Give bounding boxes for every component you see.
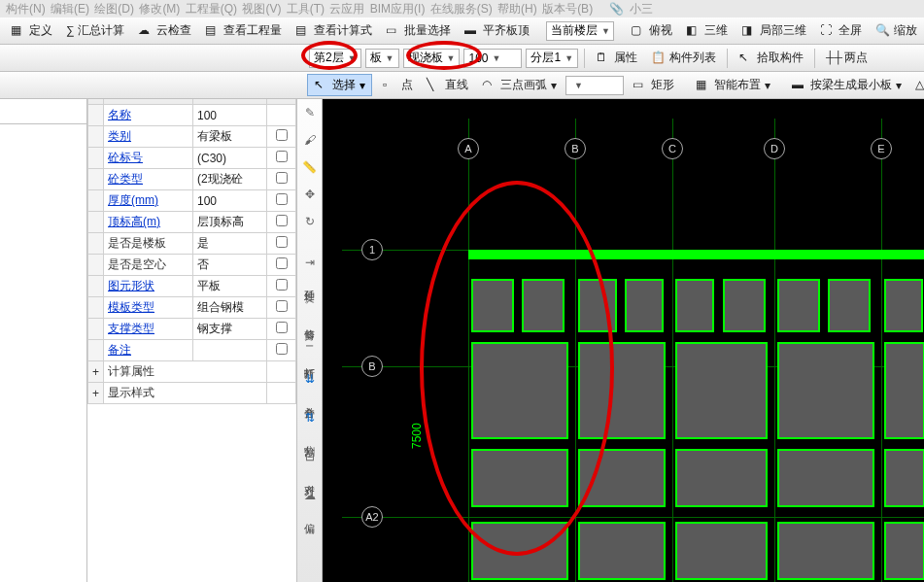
menu-item[interactable]: 帮助(H) [497,2,537,16]
fullscreen-icon: ⛶ [820,23,836,39]
prop-extra-checkbox[interactable] [276,279,288,291]
sumcalc-button[interactable]: ∑ 汇总计算 [60,20,130,41]
align-icon[interactable]: ⊟ [300,447,320,466]
prop-name[interactable]: 类别 [104,126,193,148]
expand-icon[interactable]: + [88,383,104,404]
menu-item[interactable]: 绘图(D) [94,2,134,16]
batchsel-button[interactable]: ▭批量选择 [380,20,457,41]
offset-icon[interactable]: ☁ [300,486,320,505]
prop-value[interactable]: 钢支撑 [193,319,267,340]
expand-icon[interactable]: + [88,361,104,383]
floor-dropdown[interactable]: 第2层▼ [309,49,361,68]
prop-extra-checkbox[interactable] [276,236,288,248]
local3d-button[interactable]: ◨局部三维 [736,20,812,41]
complist-button[interactable]: 📋构件列表 [645,48,722,68]
prop-extra-checkbox[interactable] [276,257,288,269]
component-dropdown[interactable]: 100▼ [463,49,522,68]
extend-icon[interactable]: ⇥ [300,253,320,272]
pick-button[interactable]: ↖拾取构件 [733,48,809,68]
rotate-icon[interactable]: ↻ [300,212,320,231]
prop-name[interactable]: 砼类型 [104,169,193,190]
menu-item[interactable]: 在线服务(S) [430,2,493,16]
drawing-canvas[interactable]: A B C D E 1 B A2 [323,99,924,582]
zoom-button[interactable]: 🔍缩放 [870,20,923,41]
line-button[interactable]: ╲直线 [421,75,474,95]
split-icon[interactable]: ⇅ [300,408,320,428]
viewformula-button[interactable]: ▤查看计算式 [290,20,378,41]
smart-button[interactable]: ▦智能布置▾ [690,75,776,95]
formula-icon: ▤ [295,23,311,39]
prop-name[interactable]: 砼标号 [104,148,193,169]
prop-value[interactable] [193,340,267,361]
arc-button[interactable]: ◠三点画弧▾ [476,75,563,95]
merge-icon[interactable]: ⇊ [300,369,320,389]
prop-extra-checkbox[interactable] [276,215,288,226]
prop-value[interactable]: (2现浇砼 [193,169,267,190]
menu-item[interactable]: 云应用 [329,2,364,16]
prop-value[interactable]: 组合钢模 [193,297,267,319]
menu-item[interactable]: BIM应用(I) [370,2,426,16]
prop-name[interactable]: 名称 [104,105,193,126]
prop-name[interactable]: 支撑类型 [104,319,193,340]
menu-item[interactable]: 构件(N) [6,2,46,16]
prop-value[interactable]: 是 [193,233,267,255]
prop-value[interactable]: 层顶标高 [193,212,267,233]
prop-name[interactable]: 厚度(mm) [104,190,193,212]
ruler-icon[interactable]: 📏 [300,157,320,177]
flatten-button[interactable]: ▬平齐板顶 [459,20,535,41]
prop-extra-checkbox[interactable] [276,129,288,141]
topview-button[interactable]: ▢俯视 [625,20,678,41]
trim-icon[interactable]: ✂ [300,291,320,311]
bybeam-button[interactable]: ▬按梁生成最小板▾ [786,75,907,95]
prop-value[interactable]: 100 [193,105,267,126]
prop-name[interactable]: 备注 [104,340,193,361]
prop-extra-checkbox[interactable] [276,151,288,162]
brush-icon[interactable]: 🖌 [300,130,320,150]
prop-value[interactable]: 否 [193,255,267,276]
prop-extra-checkbox[interactable] [276,172,288,184]
point-button[interactable]: ▫点 [377,75,419,95]
property-button[interactable]: 🗒属性 [590,48,643,68]
menu-item[interactable]: 版本号(B) [542,2,593,16]
prop-value[interactable]: 有梁板 [193,126,267,148]
pencil-icon[interactable]: ✎ [300,103,320,122]
layer-dropdown[interactable]: 分层1▼ [526,49,578,68]
user-label: 小三 [630,2,653,16]
prop-extra-checkbox[interactable] [276,300,288,312]
move-icon[interactable]: ✥ [300,185,320,204]
threepoint-button[interactable]: △三点定 [909,75,924,95]
prop-name[interactable]: 是否是空心 [104,255,193,276]
twopoint-button[interactable]: ┼┼两点 [820,48,873,68]
break-icon[interactable]: ⎯ [300,330,320,350]
rect-button[interactable]: ▭矩形 [627,75,680,95]
subcategory-dropdown[interactable]: 现浇板▼ [403,49,461,68]
prop-extra-checkbox[interactable] [276,193,288,205]
current-floor-dropdown[interactable]: 当前楼层▼ [546,21,614,41]
group-calcprops[interactable]: 计算属性 [104,361,267,383]
viewqty-button[interactable]: ▤查看工程量 [199,20,288,41]
prop-name[interactable]: 图元形状 [104,276,193,297]
menu-item[interactable]: 修改(M) [139,2,180,16]
category-dropdown[interactable]: 板▼ [365,49,399,68]
prop-name[interactable]: 是否是楼板 [104,233,193,255]
define-button[interactable]: ▦定义 [5,20,58,41]
prop-name[interactable]: 顶标高(m) [104,212,193,233]
menu-item[interactable]: 编辑(E) [51,2,89,16]
group-dispstyle[interactable]: 显示样式 [104,383,267,404]
prop-extra-checkbox[interactable] [276,322,288,333]
select-button[interactable]: ↖选择▾ [307,74,372,96]
menu-item[interactable]: 工具(T) [287,2,325,16]
cloud-icon: ☁ [138,23,154,39]
fullscreen-button[interactable]: ⛶全屏 [814,20,868,41]
threeD-button[interactable]: ◧三维 [680,20,734,41]
flatten-icon: ▬ [464,23,480,39]
prop-value[interactable]: 平板 [193,276,267,297]
menu-item[interactable]: 工程量(Q) [186,2,237,16]
menu-item[interactable]: 视图(V) [242,2,281,16]
cloudcheck-button[interactable]: ☁云检查 [132,20,197,41]
prop-name[interactable]: 模板类型 [104,297,193,319]
draw-empty-dropdown[interactable]: ▼ [565,76,624,95]
prop-extra-checkbox[interactable] [276,343,288,355]
prop-value[interactable]: (C30) [193,148,267,169]
prop-value[interactable]: 100 [193,190,267,212]
